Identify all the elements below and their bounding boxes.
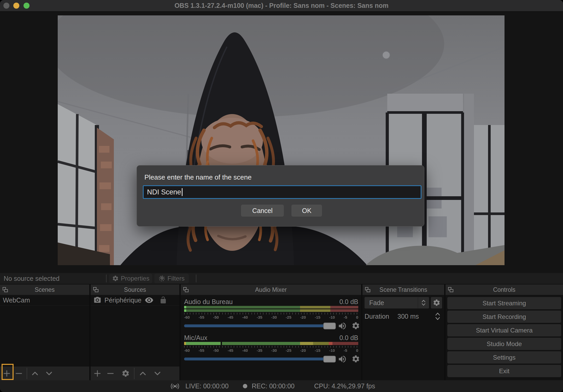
add-source-button[interactable] bbox=[93, 369, 102, 378]
toolbar-separator bbox=[106, 275, 107, 282]
db-tick-label: -25 bbox=[286, 315, 291, 319]
meter-scale-labels: -60-55-50-45-40-35-30-25-20-15-10-50 bbox=[184, 315, 358, 319]
filters-icon bbox=[159, 275, 165, 282]
properties-button[interactable]: Properties bbox=[109, 274, 152, 283]
scene-transitions-panel: Scene Transitions Fade Duration 300 ms bbox=[362, 284, 444, 380]
db-tick-label: 0 bbox=[356, 315, 358, 319]
duration-spinner bbox=[434, 311, 442, 322]
dropdown-arrows bbox=[418, 297, 429, 308]
speaker-icon[interactable] bbox=[338, 354, 347, 364]
volume-slider-handle[interactable] bbox=[323, 356, 336, 363]
meter-tick-marks bbox=[184, 313, 358, 314]
db-tick-label: 0 bbox=[356, 348, 358, 353]
window-title: OBS 1.3.1-27.2.4-m100 (mac) - Profile: S… bbox=[0, 0, 563, 11]
db-tick-label: -15 bbox=[315, 348, 320, 353]
sources-panel-header: Sources bbox=[91, 284, 179, 295]
db-tick-label: -25 bbox=[286, 348, 291, 353]
exit-button[interactable]: Exit bbox=[447, 365, 561, 377]
scene-transitions-header: Scene Transitions bbox=[362, 284, 444, 295]
ok-button[interactable]: OK bbox=[291, 205, 322, 217]
scene-list-item[interactable]: WebCam bbox=[0, 295, 89, 306]
remove-source-button[interactable] bbox=[106, 369, 115, 378]
zoom-window-button[interactable] bbox=[24, 3, 30, 9]
duration-value: 300 ms bbox=[397, 313, 419, 320]
gear-icon bbox=[112, 275, 119, 282]
popout-icon bbox=[365, 287, 371, 293]
db-tick-label: -20 bbox=[300, 348, 306, 353]
db-tick-label: -45 bbox=[228, 315, 233, 319]
move-source-up-button[interactable] bbox=[139, 369, 147, 378]
audio-mixer-title: Audio Mixer bbox=[181, 284, 361, 295]
audio-mixer-header: Audio Mixer bbox=[181, 284, 361, 295]
webcam-preview[interactable] bbox=[58, 15, 505, 265]
remove-scene-button[interactable] bbox=[15, 369, 23, 378]
volume-slider[interactable] bbox=[184, 358, 330, 360]
sources-panel: Sources Périphérique bbox=[91, 284, 179, 380]
volume-slider-handle[interactable] bbox=[323, 323, 336, 329]
transition-settings-button[interactable] bbox=[431, 297, 442, 308]
db-tick-label: -30 bbox=[271, 348, 277, 353]
move-source-down-button[interactable] bbox=[153, 369, 162, 378]
channel-settings-gear-icon[interactable] bbox=[351, 322, 360, 330]
duration-label: Duration bbox=[365, 311, 389, 322]
scene-name-input-value: NDI Scene bbox=[147, 188, 181, 196]
controls-title: Controls bbox=[445, 284, 563, 295]
close-window-button[interactable] bbox=[3, 3, 9, 9]
popout-icon bbox=[448, 287, 454, 293]
scenes-panel-header: Scenes bbox=[0, 284, 89, 295]
title-bar: OBS 1.3.1-27.2.4-m100 (mac) - Profile: S… bbox=[0, 0, 563, 11]
gear-icon bbox=[433, 299, 441, 307]
visibility-eye-icon[interactable] bbox=[145, 296, 154, 305]
spinner-down-icon[interactable] bbox=[435, 316, 441, 321]
start-recording-button[interactable]: Start Recording bbox=[447, 311, 561, 323]
volume-meter bbox=[184, 342, 358, 345]
source-status-text: No source selected bbox=[4, 273, 60, 284]
source-list-item[interactable]: Périphérique bbox=[91, 295, 179, 306]
db-tick-label: -5 bbox=[344, 348, 347, 353]
start-virtual-camera-button[interactable]: Start Virtual Camera bbox=[447, 324, 561, 336]
status-bar: LIVE: 00:00:00 REC: 00:00:00 CPU: 4.2%,2… bbox=[0, 380, 563, 392]
cancel-button[interactable]: Cancel bbox=[241, 205, 284, 217]
mixer-channel-mic-aux: Mic/Aux 0.0 dB -60-55-50-45-40-35-30-25-… bbox=[184, 334, 358, 363]
sources-panel-title: Sources bbox=[91, 284, 179, 295]
db-tick-label: -55 bbox=[199, 315, 204, 319]
speaker-icon[interactable] bbox=[338, 321, 347, 331]
meter-scale-labels: -60-55-50-45-40-35-30-25-20-15-10-50 bbox=[184, 348, 358, 353]
camera-icon bbox=[93, 296, 101, 304]
settings-button[interactable]: Settings bbox=[447, 351, 561, 364]
move-scene-up-button[interactable] bbox=[31, 369, 39, 378]
db-tick-label: -15 bbox=[315, 315, 320, 319]
mixer-channel-desktop-audio: Audio du Bureau 0.0 dB -60-55-50-45-40-3… bbox=[184, 298, 358, 330]
volume-slider[interactable] bbox=[184, 324, 330, 327]
duration-input[interactable]: 300 ms bbox=[392, 311, 442, 322]
move-scene-down-button[interactable] bbox=[45, 369, 53, 378]
minimize-window-button[interactable] bbox=[13, 3, 19, 9]
source-properties-gear-icon[interactable] bbox=[121, 369, 130, 378]
studio-mode-button[interactable]: Studio Mode bbox=[447, 338, 561, 350]
spinner-up-icon[interactable] bbox=[435, 312, 441, 316]
meter-tick-marks bbox=[184, 346, 358, 348]
scene-name-input[interactable]: NDI Scene bbox=[143, 185, 421, 199]
audio-mixer-body: Audio du Bureau 0.0 dB -60-55-50-45-40-3… bbox=[181, 295, 361, 380]
transition-dropdown[interactable]: Fade bbox=[365, 297, 429, 308]
scene-name-dialog: Please enter the name of the scene NDI S… bbox=[137, 165, 424, 227]
scenes-panel-title: Scenes bbox=[0, 284, 89, 295]
start-streaming-button[interactable]: Start Streaming bbox=[447, 297, 561, 309]
db-tick-label: -20 bbox=[300, 315, 306, 319]
scene-transitions-body: Fade Duration 300 ms bbox=[362, 295, 444, 380]
controls-panel: Controls Start Streaming Start Recording… bbox=[445, 284, 563, 380]
filters-button[interactable]: Filters bbox=[154, 274, 189, 283]
db-tick-label: -10 bbox=[329, 348, 335, 353]
rec-dot-icon bbox=[243, 384, 247, 388]
chevron-up-icon bbox=[421, 299, 426, 303]
source-name: Périphérique bbox=[104, 296, 142, 304]
db-tick-label: -40 bbox=[242, 348, 248, 353]
add-scene-highlight-box bbox=[2, 364, 14, 380]
channel-name: Mic/Aux bbox=[184, 334, 207, 342]
controls-header: Controls bbox=[445, 284, 563, 295]
db-tick-label: -5 bbox=[344, 315, 347, 319]
cpu-fps-stats: CPU: 4.2%,29.97 fps bbox=[314, 380, 375, 392]
unlock-icon[interactable] bbox=[159, 296, 167, 304]
channel-settings-gear-icon[interactable] bbox=[351, 355, 360, 363]
db-tick-label: -60 bbox=[184, 315, 190, 319]
